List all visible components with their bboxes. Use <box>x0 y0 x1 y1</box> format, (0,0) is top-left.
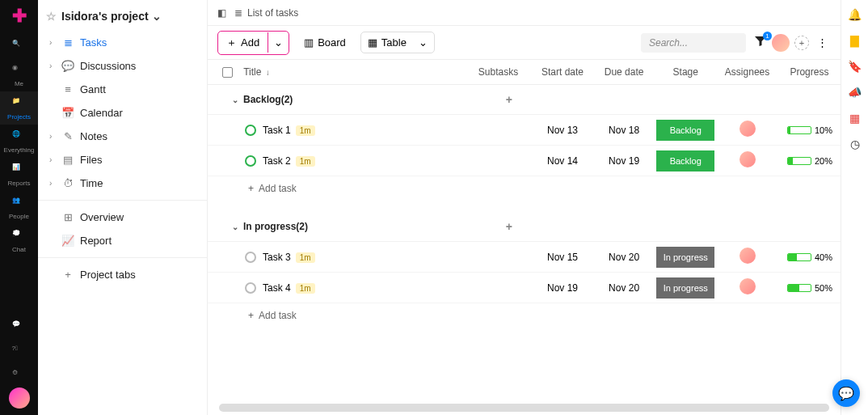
task-due-date[interactable]: Nov 20 <box>593 242 655 273</box>
sidebar-item-time[interactable]: ›⏱Time <box>38 172 207 195</box>
assignee-avatar[interactable] <box>739 121 756 137</box>
assignee-avatar[interactable] <box>739 151 756 167</box>
note-icon[interactable]: ▇ <box>849 34 862 47</box>
sidebar-item-overview[interactable]: ⊞Overview <box>38 205 207 229</box>
col-progress[interactable]: Progress <box>778 60 841 85</box>
col-title[interactable]: Title <box>243 66 261 78</box>
rail-item-search[interactable]: 🔍 <box>0 34 38 58</box>
board-view-button[interactable]: ▥ Board <box>297 32 352 53</box>
table-view-button[interactable]: ▦ Table ⌄ <box>360 32 435 53</box>
project-title[interactable]: ☆ Isidora's project ⌄ <box>38 6 207 31</box>
notifications-icon[interactable]: 🔔 <box>849 8 862 21</box>
calendar-icon[interactable]: ▦ <box>849 112 862 125</box>
group-header[interactable]: ⌄Backlog(2) <box>208 85 470 115</box>
horizontal-scrollbar[interactable] <box>219 404 829 412</box>
sidebar-item-label: Discussions <box>80 60 136 72</box>
group-add-button[interactable]: + <box>506 220 512 233</box>
add-task-button[interactable]: +Add task <box>208 176 841 201</box>
nav-rail: ✚ 🔍◉Me📁Projects🌐Everything📊Reports👥Peopl… <box>0 0 38 415</box>
task-row[interactable]: Task 41m Nov 19 Nov 20 In progress 50% <box>208 273 841 303</box>
progress-cell[interactable]: 40% <box>786 252 832 262</box>
task-start-date[interactable]: Nov 13 <box>532 115 593 146</box>
app-logo[interactable]: ✚ <box>8 5 31 28</box>
stage-pill[interactable]: Backlog <box>656 150 714 172</box>
chat-bubble[interactable]: 💬 <box>832 379 860 407</box>
col-assignees[interactable]: Assignees <box>716 60 778 85</box>
status-circle[interactable] <box>245 125 256 136</box>
sidebar-item-files[interactable]: ›▤Files <box>38 148 207 172</box>
task-due-date[interactable]: Nov 19 <box>593 146 655 176</box>
add-dropdown[interactable]: ⌄ <box>268 32 289 53</box>
rail-avatar[interactable] <box>9 387 30 409</box>
toolbar-avatar[interactable] <box>772 34 790 52</box>
rail-feedback[interactable]: 💬 <box>0 315 38 339</box>
status-circle[interactable] <box>245 252 256 263</box>
progress-cell[interactable]: 50% <box>786 283 832 293</box>
chevron-down-icon: ⌄ <box>419 36 428 49</box>
group-add-button[interactable]: + <box>506 93 512 106</box>
chevron-down-icon[interactable]: ⌄ <box>152 10 162 23</box>
col-subtasks[interactable]: Subtasks <box>470 60 532 85</box>
task-start-date[interactable]: Nov 19 <box>532 273 593 303</box>
project-name: Isidora's project <box>61 10 149 23</box>
sidebar-item-notes[interactable]: ›✎Notes <box>38 125 207 148</box>
assignee-avatar[interactable] <box>739 248 756 264</box>
progress-cell[interactable]: 10% <box>786 125 832 135</box>
add-task-button[interactable]: +Add task <box>208 303 841 328</box>
collapse-icon[interactable]: ⌄ <box>232 95 238 104</box>
caret-icon: › <box>49 38 59 47</box>
main-area: ◧ ≣ List of tasks ＋Add ⌄ ▥ Board ▦ Table… <box>208 0 841 415</box>
filter-button[interactable]: 1 <box>754 35 767 50</box>
rail-item-chat[interactable]: 💭Chat <box>0 224 38 257</box>
sidebar-item-calendar[interactable]: 📅Calendar <box>38 101 207 125</box>
stage-pill[interactable]: Backlog <box>656 120 714 141</box>
add-button[interactable]: ＋Add ⌄ <box>217 31 289 55</box>
stage-pill[interactable]: In progress <box>656 247 714 268</box>
top-bar: ◧ ≣ List of tasks <box>208 0 841 26</box>
rail-item-chart[interactable]: 📊Reports <box>0 158 38 191</box>
sidebar-item-project-tabs[interactable]: +Project tabs <box>38 263 207 286</box>
rail-item-people[interactable]: 👥People <box>0 191 38 224</box>
col-start[interactable]: Start date <box>532 60 593 85</box>
collapse-icon[interactable]: ⌄ <box>232 222 238 231</box>
sidebar-item-gantt[interactable]: ≡Gantt <box>38 78 207 101</box>
task-row[interactable]: Task 21m Nov 14 Nov 19 Backlog 20% <box>208 146 841 176</box>
col-due[interactable]: Due date <box>593 60 655 85</box>
group-header[interactable]: ⌄In progress(2) <box>208 212 470 242</box>
status-circle[interactable] <box>245 155 256 167</box>
bookmark-icon[interactable]: 🔖 <box>849 60 862 73</box>
task-table: Title ↓ Subtasks Start date Due date Sta… <box>208 60 841 400</box>
sidebar-item-label: Project tabs <box>80 269 136 281</box>
progress-cell[interactable]: 20% <box>786 156 832 166</box>
star-icon[interactable]: ☆ <box>46 10 57 23</box>
add-member-button[interactable]: + <box>794 36 809 50</box>
rail-settings[interactable]: ⚙ <box>0 363 38 387</box>
col-stage[interactable]: Stage <box>655 60 716 85</box>
task-due-date[interactable]: Nov 18 <box>593 115 655 146</box>
sidebar-item-report[interactable]: 📈Report <box>38 229 207 252</box>
task-start-date[interactable]: Nov 14 <box>532 146 593 176</box>
task-badge: 1m <box>296 252 315 263</box>
sidebar-item-discussions[interactable]: ›💬Discussions <box>38 54 207 78</box>
breadcrumb[interactable]: ≣ List of tasks <box>234 7 298 19</box>
task-due-date[interactable]: Nov 20 <box>593 273 655 303</box>
sort-down-icon[interactable]: ↓ <box>266 68 270 77</box>
select-all-checkbox[interactable] <box>222 67 233 78</box>
task-start-date[interactable]: Nov 15 <box>532 242 593 273</box>
more-icon[interactable]: ⋮ <box>814 36 831 49</box>
task-row[interactable]: Task 11m Nov 13 Nov 18 Backlog 10% <box>208 115 841 146</box>
task-row[interactable]: Task 31m Nov 15 Nov 20 In progress 40% <box>208 242 841 273</box>
sidebar-item-tasks[interactable]: ›≣Tasks <box>38 31 207 54</box>
rail-item-globe[interactable]: 🌐Everything <box>0 125 38 158</box>
status-circle[interactable] <box>245 282 256 294</box>
rail-item-user[interactable]: ◉Me <box>0 58 38 91</box>
sidebar-item-label: Calendar <box>80 107 123 119</box>
assignee-avatar[interactable] <box>739 278 756 294</box>
rail-item-folder[interactable]: 📁Projects <box>0 91 38 125</box>
stage-pill[interactable]: In progress <box>656 277 714 299</box>
clock-icon[interactable]: ◷ <box>849 138 862 150</box>
search-input[interactable]: Search... <box>641 33 746 53</box>
rail-help[interactable]: ?⃝ <box>0 339 38 363</box>
announcement-icon[interactable]: 📣 <box>849 86 862 99</box>
panel-toggle-icon[interactable]: ◧ <box>217 7 226 19</box>
